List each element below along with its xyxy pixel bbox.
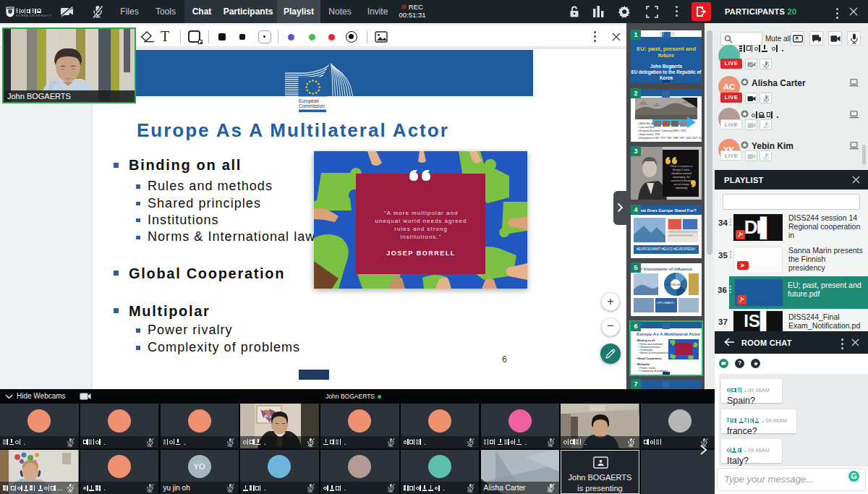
svg-text:▪ World War III: ▪ World War III bbox=[638, 122, 653, 125]
svg-text:Europe if states: Europe if states bbox=[673, 169, 690, 171]
svg-text:individually: individually bbox=[676, 187, 688, 189]
svg-text:▪ Norms & International law: ▪ Norms & International law bbox=[639, 352, 671, 354]
svg-text:There is no peace in: There is no peace in bbox=[671, 165, 693, 168]
svg-text:countries in Europe: countries in Europe bbox=[671, 179, 692, 182]
svg-text:#EUROSUMMIT #EUCO #EUROPEDAY: #EUROSUMMIT #EUCO #EUROPEDAY bbox=[637, 247, 696, 251]
svg-text:ECONOMIC: ECONOMIC bbox=[667, 283, 683, 286]
svg-text:EU delegation to the Republic: EU delegation to the Republic of bbox=[631, 69, 702, 75]
svg-text:Korea: Korea bbox=[660, 75, 673, 80]
svg-text:Europe As A Multilateral Actor: Europe As A Multilateral Actor bbox=[637, 331, 701, 336]
svg-text:▪ Binding on all: ▪ Binding on all bbox=[636, 339, 655, 342]
svg-text:rebuild on national: rebuild on national bbox=[671, 172, 692, 175]
svg-text:▪ Coal and Steel: ▪ Coal and Steel bbox=[638, 126, 655, 129]
svg-text:DIPLOMATIC: DIPLOMATIC bbox=[657, 301, 674, 305]
svg-text:"A more multipolar and: "A more multipolar and bbox=[384, 210, 459, 216]
svg-text:institutions.": institutions." bbox=[401, 234, 442, 240]
svg-text:▪ Multipolar: ▪ Multipolar bbox=[636, 363, 650, 366]
svg-text:sovereignty; the: sovereignty; the bbox=[673, 176, 690, 179]
svg-text:▪ Global Cooperation: ▪ Global Cooperation bbox=[636, 357, 662, 360]
svg-text:are not strong: are not strong bbox=[674, 183, 689, 186]
svg-text:▪ Single market, 1993: ▪ Single market, 1993 bbox=[638, 133, 660, 136]
svg-text:John Bogaerts: John Bogaerts bbox=[650, 64, 683, 69]
svg-text:What Does Europe Stand For?: What Does Europe Stand For? bbox=[636, 208, 697, 213]
svg-text:unequal world needs agreed: unequal world needs agreed bbox=[375, 218, 467, 224]
svg-text:rules and strong: rules and strong bbox=[394, 226, 447, 232]
svg-text:JOSEP BORRELL: JOSEP BORRELL bbox=[386, 250, 455, 257]
svg-text:Commission: Commission bbox=[299, 103, 325, 108]
svg-text:EU: past, present and: EU: past, present and bbox=[637, 46, 696, 52]
svg-text:EU Instruments of influence: EU Instruments of influence bbox=[637, 267, 693, 271]
svg-text:▪ European Economic Community: ▪ European Economic Community (EEC), 195… bbox=[638, 129, 686, 132]
svg-text:▪ Enlargement to EU: 1973, 198: ▪ Enlargement to EU: 1973, 1981, 1986, 1… bbox=[638, 137, 702, 140]
svg-text:future: future bbox=[658, 52, 675, 59]
